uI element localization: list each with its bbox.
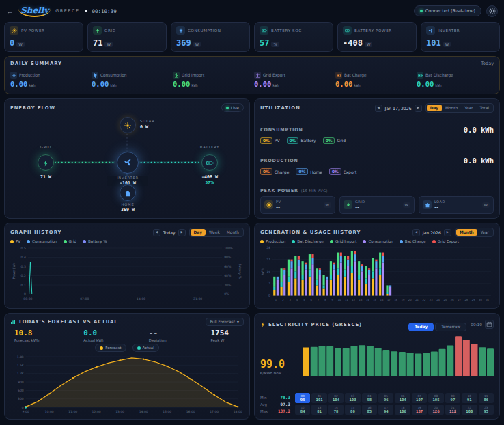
- legend-dot: [363, 240, 366, 243]
- history-prev-button[interactable]: ◀: [153, 229, 160, 236]
- range-button-month[interactable]: Month: [442, 105, 461, 111]
- legend-item-grid-export[interactable]: Grid Export: [432, 239, 459, 243]
- range-button-day[interactable]: Day: [427, 105, 442, 111]
- range-button-year[interactable]: Year: [477, 229, 492, 236]
- legend-label: Battery %: [88, 239, 107, 243]
- legend-label: Production: [266, 239, 285, 243]
- legend-item-bat-discharge[interactable]: Bat Discharge: [292, 239, 324, 243]
- svg-text:0: 0: [268, 294, 270, 297]
- date-next-button[interactable]: ▶: [415, 105, 422, 112]
- grid-value: 71 W: [20, 174, 72, 180]
- grid-node[interactable]: [38, 154, 54, 171]
- price-cell-value: 98: [362, 398, 377, 402]
- date-prev-button[interactable]: ◀: [375, 105, 382, 112]
- price-max-label: Max: [260, 409, 268, 413]
- price-hour-cell-23: 2395: [479, 405, 494, 415]
- price-cell-value: 112: [445, 409, 460, 413]
- plug-icon: [92, 72, 98, 79]
- month-next-button[interactable]: ▶: [444, 229, 451, 236]
- bolt-icon: [42, 156, 49, 169]
- legend-item-consumption[interactable]: Consumption: [363, 239, 393, 243]
- settings-button[interactable]: [486, 5, 498, 17]
- price-hour-cell-08: 08105: [428, 393, 443, 403]
- svg-text:16: 16: [380, 299, 384, 301]
- peak-card-label: GRID: [355, 200, 365, 204]
- legend-item-grid[interactable]: Grid: [64, 239, 77, 243]
- price-cell-value: 78: [328, 409, 344, 413]
- inverter-label: INVERTER: [107, 176, 148, 180]
- full-forecast-dropdown[interactable]: Full Forecast▾: [206, 318, 244, 326]
- price-hour-cell-12: 1284: [295, 405, 310, 415]
- daily-summary-title: DAILY SUMMARY: [10, 61, 62, 66]
- calendar-icon: [486, 319, 492, 329]
- price-hour-cell-03: 03103: [345, 393, 360, 403]
- range-button-week[interactable]: Week: [206, 229, 223, 236]
- legend-item-production[interactable]: Production: [260, 239, 285, 243]
- stat-card-unit: W: [193, 42, 201, 47]
- breakdown-chip-grid: 0%Grid: [323, 137, 346, 144]
- legend-item-grid-import[interactable]: Grid Import: [330, 239, 357, 243]
- graph-history-legend: PVConsumptionGridBattery %: [10, 239, 244, 243]
- home-node[interactable]: [120, 184, 136, 201]
- history-next-button[interactable]: ▶: [178, 229, 186, 236]
- svg-text:1: 1: [275, 299, 277, 301]
- price-tab-tomorrow[interactable]: Tomorrow: [435, 323, 466, 331]
- legend-dot: [137, 346, 141, 350]
- peak-card-grid: GRID--W: [339, 196, 415, 214]
- summary-item-value: 0.00kWh: [92, 80, 169, 88]
- arrow-down-icon: [173, 72, 180, 79]
- back-button[interactable]: ←: [6, 8, 14, 15]
- price-hour-cell-09: 0997: [445, 393, 460, 403]
- svg-text:21: 21: [266, 258, 270, 261]
- inverter-node[interactable]: [117, 152, 139, 174]
- svg-text:18: 18: [394, 299, 397, 301]
- chip-percent: 0%: [287, 137, 299, 144]
- month-prev-button[interactable]: ◀: [412, 229, 420, 236]
- legend-item-bat-charge[interactable]: Bat Charge: [400, 239, 426, 243]
- range-button-month[interactable]: Month: [456, 229, 477, 236]
- battery-node[interactable]: [201, 154, 218, 171]
- svg-text:40%: 40%: [224, 274, 232, 277]
- price-hour-cell-06: 06104: [395, 393, 410, 403]
- summary-item-value: 0.00kWh: [335, 80, 412, 88]
- price-tab-today[interactable]: Today: [408, 323, 434, 331]
- legend-item-battery-[interactable]: Battery %: [83, 239, 107, 243]
- legend-dot: [10, 240, 14, 243]
- price-now-section: 99.0 €/MWh Now: [260, 334, 494, 376]
- legend-item-actual[interactable]: Actual: [132, 344, 159, 352]
- price-cell-value: 85: [362, 409, 377, 413]
- peak-power-cards: PV--WGRID--WLOAD--W: [260, 196, 494, 214]
- connection-status-badge[interactable]: Connected (Real-time): [414, 5, 481, 16]
- summary-item-value: 0.00kWh: [254, 80, 331, 88]
- summary-item-production: Production0.00kWh: [10, 72, 87, 88]
- range-button-month[interactable]: Month: [223, 229, 242, 236]
- range-button-total[interactable]: Total: [476, 105, 492, 111]
- svg-text:4: 4: [296, 299, 298, 301]
- summary-item-grid-export: Grid Export0.00kWh: [254, 72, 331, 88]
- graph-history-range-buttons: DayWeekMonth: [189, 228, 244, 237]
- legend-dot: [330, 240, 333, 243]
- legend-item-consumption[interactable]: Consumption: [27, 239, 57, 243]
- price-settings-button[interactable]: [485, 320, 494, 329]
- svg-text:29: 29: [472, 299, 475, 301]
- range-button-year[interactable]: Year: [461, 105, 476, 111]
- legend-item-pv[interactable]: PV: [10, 239, 20, 243]
- price-hour-cell-13: 1381: [311, 405, 326, 415]
- legend-dot: [27, 240, 30, 243]
- legend-item-forecast[interactable]: Forecast: [95, 344, 126, 352]
- solar-node[interactable]: [120, 117, 136, 133]
- breakdown-chip-charge: 0%Charge: [260, 168, 289, 175]
- chart-icon: [10, 319, 16, 325]
- price-cell-value: 107: [412, 398, 427, 402]
- generation-range-buttons: MonthYear: [455, 228, 494, 237]
- svg-text:80%: 80%: [224, 256, 232, 259]
- chip-percent: 0%: [323, 137, 335, 144]
- utilization-title: UTILIZATION: [260, 105, 300, 111]
- price-hour-cell-20: 20126: [428, 405, 443, 415]
- stat-card-value: -408: [343, 38, 363, 48]
- svg-text:21:00: 21:00: [193, 297, 202, 301]
- legend-label: Consumption: [32, 239, 57, 243]
- peak-card-label: PV: [276, 200, 281, 204]
- range-button-day[interactable]: Day: [191, 229, 206, 236]
- peak-card-label: LOAD: [434, 200, 445, 204]
